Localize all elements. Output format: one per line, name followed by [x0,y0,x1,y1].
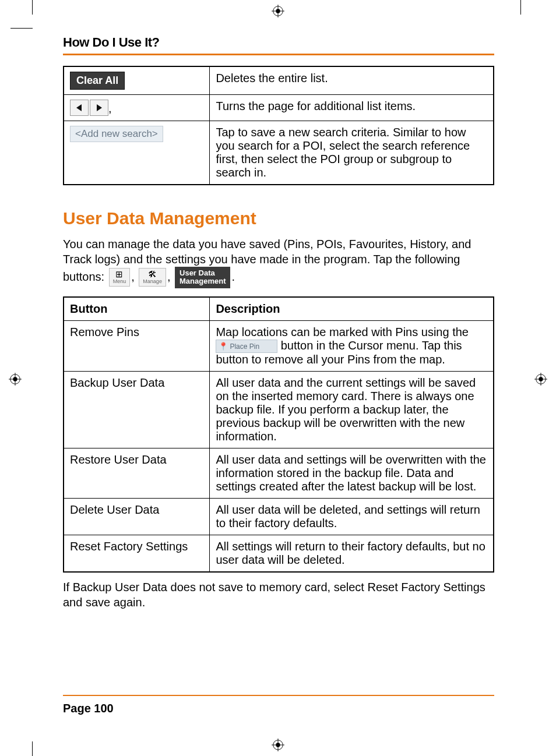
desc-text-a: Map locations can be marked with Pins us… [216,326,469,338]
table-cell-desc: Map locations can be marked with Pins us… [210,320,494,371]
table-cell-desc: Deletes the entire list. [210,66,494,95]
table-cell-desc: All settings will return to their factor… [210,535,494,572]
buttons-table-1: Clear All Deletes the entire list. , Tur [63,66,494,185]
table-row: <Add new search> Tap to save a new searc… [64,121,494,185]
udm-label-line1: User Data [180,269,215,277]
clear-all-button[interactable]: Clear All [70,72,125,90]
page-title: How Do I Use It? [63,35,160,50]
page-nav-buttons [70,100,108,116]
section-heading: User Data Management [63,209,494,228]
place-pin-label: Place Pin [230,342,259,351]
grid-icon: ⊞ [115,270,123,278]
user-data-management-button[interactable]: User Data Management [175,267,230,288]
footnote-text: If Backup User Data does not save to mem… [63,580,494,610]
page: How Do I Use It? Clear All Deletes the e… [0,0,556,756]
buttons-table-2: Button Description Remove Pins Map locat… [63,296,494,573]
crop-mark-hline [10,28,33,29]
manage-button[interactable]: 🛠 Manage [139,268,166,287]
button-name: Delete User Data [64,498,210,535]
table-row: Remove Pins Map locations can be marked … [64,320,494,371]
table-cell-desc: All user data will be deleted, and setti… [210,498,494,535]
table-row: Backup User Data All user data and the c… [64,371,494,448]
button-name: Remove Pins [64,320,210,371]
table-row: Delete User Data All user data will be d… [64,498,494,535]
table-row: Restore User Data All user data and sett… [64,448,494,498]
table-header-row: Button Description [64,297,494,321]
page-header: How Do I Use It? [63,35,494,55]
table-row: Reset Factory Settings All settings will… [64,535,494,572]
registration-mark-icon [272,739,284,751]
table-cell-desc: All user data and settings will be overw… [210,448,494,498]
content-area: How Do I Use It? Clear All Deletes the e… [63,35,494,610]
registration-mark-icon [534,373,547,386]
menu-button-label: Menu [113,278,126,285]
add-new-search-button[interactable]: <Add new search> [70,126,163,142]
table-row: , Turns the page for additional list ite… [64,95,494,121]
button-name: Reset Factory Settings [64,535,210,572]
prev-page-button[interactable] [70,100,89,116]
registration-mark-icon [272,5,284,17]
place-pin-button[interactable]: 📍Place Pin [216,340,277,353]
comma: , [108,102,112,115]
table-cell-desc: Tap to save a new search criteria. Simil… [210,121,494,185]
table-cell-desc: Turns the page for additional list items… [210,95,494,121]
page-number: Page 100 [63,702,114,715]
registration-mark-icon [9,373,22,386]
udm-label-line2: Management [180,277,226,285]
intro-paragraph: You can manage the data you have saved (… [63,236,494,288]
svg-marker-17 [97,104,102,111]
button-name: Backup User Data [64,371,210,448]
manage-icon: 🛠 [148,270,157,278]
manage-button-label: Manage [143,278,162,285]
table-cell-desc: All user data and the current settings w… [210,371,494,448]
table-row: Clear All Deletes the entire list. [64,66,494,95]
period: . [231,270,235,283]
svg-marker-16 [76,104,82,111]
next-page-button[interactable] [90,100,108,116]
button-name: Restore User Data [64,448,210,498]
pin-icon: 📍 [219,342,228,351]
col-header-button: Button [64,297,210,321]
page-footer: Page 100 [63,695,494,715]
col-header-description: Description [210,297,494,321]
menu-button[interactable]: ⊞ Menu [109,268,131,287]
